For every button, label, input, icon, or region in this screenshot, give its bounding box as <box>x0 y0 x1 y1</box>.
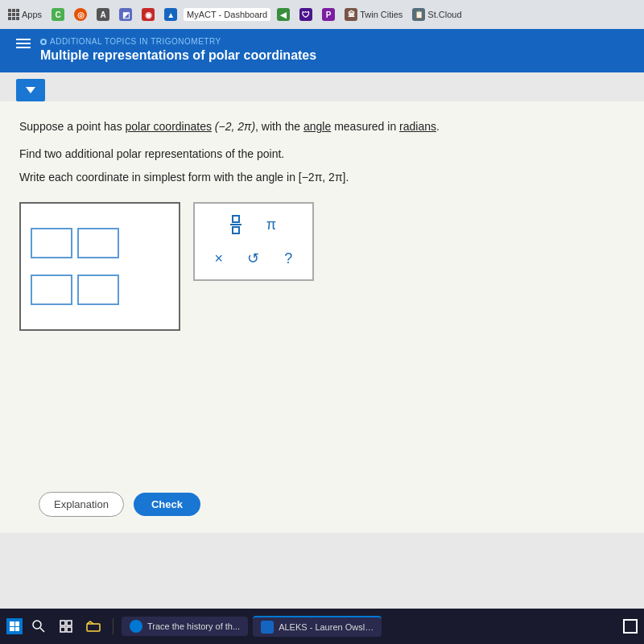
coord-row-2 <box>31 275 169 305</box>
aleks-task-label: ALEKS - Lauren Owsle... <box>279 622 374 632</box>
windows-logo-icon <box>10 621 19 631</box>
aleks-task-icon <box>261 621 274 634</box>
favicon-green-arr: ◀ <box>277 8 290 21</box>
coordinate-input-box <box>19 202 180 331</box>
tab-2[interactable]: ◎ <box>71 6 90 23</box>
favicon-c: C <box>52 8 64 21</box>
tab-myact[interactable]: MyACT - Dashboard <box>184 8 270 21</box>
apps-label: Apps <box>22 10 42 19</box>
problem-line1: Suppose a point has polar coordinates (−… <box>19 118 625 135</box>
coord-row-1 <box>31 228 169 258</box>
favicon-circle: ◎ <box>74 8 87 21</box>
favicon-box: ◩ <box>119 8 132 21</box>
tab-box[interactable]: ◩ <box>116 6 135 23</box>
tab-twin-cities[interactable]: 🏛 Twin Cities <box>341 6 406 23</box>
fraction-button[interactable] <box>223 212 249 237</box>
file-explorer-icon[interactable] <box>82 615 105 638</box>
problem-line2: Find two additional polar representation… <box>19 145 625 163</box>
favicon-twin-cities: 🏛 <box>345 8 357 21</box>
favicon-triangle: ▲ <box>164 8 177 21</box>
tab-a[interactable]: A <box>93 6 113 23</box>
coord-cell-1b[interactable] <box>77 228 119 258</box>
apps-grid-icon <box>8 9 19 20</box>
favicon-purple: P <box>322 8 335 21</box>
taskbar-task-trace[interactable]: Trace the history of th... <box>122 617 248 636</box>
taskbar-divider <box>113 618 114 634</box>
svg-rect-4 <box>67 621 72 625</box>
svg-point-1 <box>33 621 41 629</box>
svg-line-2 <box>40 628 44 632</box>
tab-green-arr[interactable]: ◀ <box>274 6 293 23</box>
favicon-stcloud: 📋 <box>412 8 425 21</box>
help-button[interactable]: ? <box>276 246 301 271</box>
browser-topbar: Apps C ◎ A ◩ ◉ ▲ MyACT - Dashboard ◀ 🛡 P… <box>0 0 644 29</box>
window-square-button[interactable] <box>623 619 638 634</box>
bottom-actions: Explanation Check <box>19 492 625 517</box>
main-content: Suppose a point has polar coordinates (−… <box>0 101 644 533</box>
check-button[interactable]: Check <box>134 493 200 516</box>
stcloud-label: St.Cloud <box>427 10 461 19</box>
tab-stcloud[interactable]: 📋 St.Cloud <box>409 6 464 23</box>
trace-task-label: Trace the history of th... <box>147 621 240 631</box>
task-view-icon[interactable] <box>55 615 77 638</box>
times-button[interactable]: × <box>206 246 231 271</box>
coord-cell-1a[interactable] <box>31 228 72 258</box>
topic-label: ADDITIONAL TOPICS IN TRIGONOMETRY <box>40 37 316 46</box>
svg-rect-3 <box>60 621 65 625</box>
tab-chrome[interactable]: C <box>48 6 68 23</box>
favicon-a: A <box>97 8 109 21</box>
toolbar-row-2: × ↺ ? <box>206 246 301 271</box>
favicon-shield: 🛡 <box>299 8 312 21</box>
page-header: ADDITIONAL TOPICS IN TRIGONOMETRY Multip… <box>0 29 644 72</box>
search-icon[interactable] <box>27 615 50 638</box>
favicon-red: ◉ <box>142 8 155 21</box>
hamburger-menu[interactable] <box>16 39 31 48</box>
topic-dot <box>40 39 47 45</box>
myact-label: MyACT - Dashboard <box>187 10 267 19</box>
tab-triangle[interactable]: ▲ <box>161 6 180 23</box>
trace-task-icon <box>130 620 142 633</box>
math-toolbar: π × ↺ ? <box>193 202 314 281</box>
windows-taskbar: Trace the history of th... ALEKS - Laure… <box>0 609 644 644</box>
header-text: ADDITIONAL TOPICS IN TRIGONOMETRY Multip… <box>40 37 316 63</box>
explanation-button[interactable]: Explanation <box>39 492 124 517</box>
taskbar-task-aleks[interactable]: ALEKS - Lauren Owsle... <box>253 616 382 637</box>
coord-cell-2a[interactable] <box>31 275 72 305</box>
fraction-icon <box>230 215 242 234</box>
undo-button[interactable]: ↺ <box>241 246 266 271</box>
coord-cell-2b[interactable] <box>77 275 119 305</box>
svg-rect-5 <box>60 627 65 632</box>
svg-rect-6 <box>67 627 72 632</box>
toolbar-row-1: π <box>206 212 301 237</box>
apps-tab[interactable]: Apps <box>5 7 45 22</box>
start-button[interactable] <box>6 618 23 634</box>
tab-red[interactable]: ◉ <box>138 6 158 23</box>
dropdown-button[interactable] <box>16 79 45 101</box>
svg-rect-7 <box>87 624 100 631</box>
tab-shield[interactable]: 🛡 <box>296 6 316 23</box>
page-title: Multiple representations of polar coordi… <box>40 48 316 63</box>
twin-cities-label: Twin Cities <box>360 10 402 19</box>
tab-purple[interactable]: P <box>319 6 338 23</box>
pi-button[interactable]: π <box>258 212 284 237</box>
browser-content: ADDITIONAL TOPICS IN TRIGONOMETRY Multip… <box>0 29 644 609</box>
problem-line3: Write each coordinate in simplest form w… <box>19 168 625 186</box>
answer-area: π × ↺ ? <box>19 202 625 331</box>
chevron-down-icon <box>26 87 35 93</box>
